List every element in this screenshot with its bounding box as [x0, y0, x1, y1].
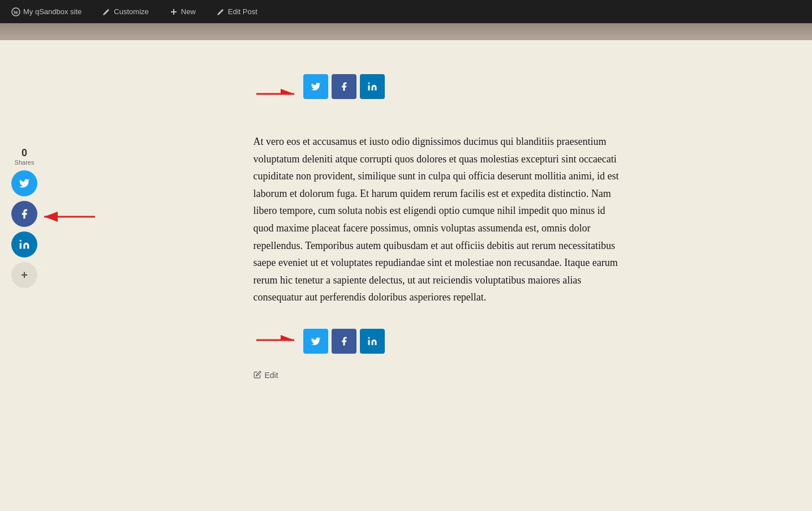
bottom-linkedin-button[interactable] [360, 329, 385, 354]
top-share-row [254, 74, 627, 116]
hero-image-strip [0, 23, 812, 40]
site-name-link[interactable]: W My qSandbox site [7, 5, 86, 19]
main-content: At vero eos et accusamus et iusto odio d… [186, 40, 627, 414]
edit-pencil-icon [254, 371, 261, 380]
customize-icon [102, 7, 111, 16]
red-arrow-sidebar [38, 208, 106, 227]
edit-post-link[interactable]: Edit Post [212, 5, 262, 19]
edit-icon [216, 7, 225, 16]
page-wrapper: 0 Shares + [0, 23, 812, 511]
sidebar-share-widget: 0 Shares + [11, 147, 37, 288]
sidebar-linkedin-button[interactable] [11, 231, 37, 257]
sidebar-twitter-button[interactable] [11, 170, 37, 196]
svg-point-10 [368, 83, 370, 84]
svg-point-5 [20, 240, 22, 242]
share-count-number: 0 [15, 147, 35, 159]
top-inline-share-buttons [303, 74, 385, 99]
plus-icon [169, 7, 178, 16]
new-label: New [181, 7, 196, 16]
bottom-inline-share-buttons [303, 329, 385, 354]
bottom-facebook-button[interactable] [332, 329, 356, 354]
site-name: My qSandbox site [23, 7, 81, 16]
svg-text:W: W [14, 10, 19, 15]
more-icon: + [21, 269, 28, 282]
red-arrow-top [254, 85, 299, 105]
top-facebook-button[interactable] [332, 74, 356, 99]
svg-point-13 [368, 337, 370, 338]
bottom-twitter-button[interactable] [303, 329, 328, 354]
sidebar-facebook-button[interactable] [11, 201, 37, 227]
edit-post-label: Edit Post [228, 7, 257, 16]
new-link[interactable]: New [165, 5, 200, 19]
admin-bar: W My qSandbox site Customize New E [0, 0, 812, 23]
top-linkedin-button[interactable] [360, 74, 385, 99]
bottom-share-row [254, 329, 627, 354]
edit-link[interactable]: Edit [254, 371, 627, 380]
share-count-label: Shares [15, 159, 35, 166]
red-arrow-bottom [254, 332, 299, 351]
top-twitter-button[interactable] [303, 74, 328, 99]
edit-label: Edit [265, 371, 278, 380]
customize-label: Customize [114, 7, 148, 16]
sidebar-more-button[interactable]: + [11, 262, 37, 288]
article-body-text: At vero eos et accusamus et iusto odio d… [254, 133, 627, 306]
share-count-container: 0 Shares [15, 147, 35, 166]
wordpress-icon: W [11, 7, 20, 16]
customize-link[interactable]: Customize [97, 5, 153, 19]
